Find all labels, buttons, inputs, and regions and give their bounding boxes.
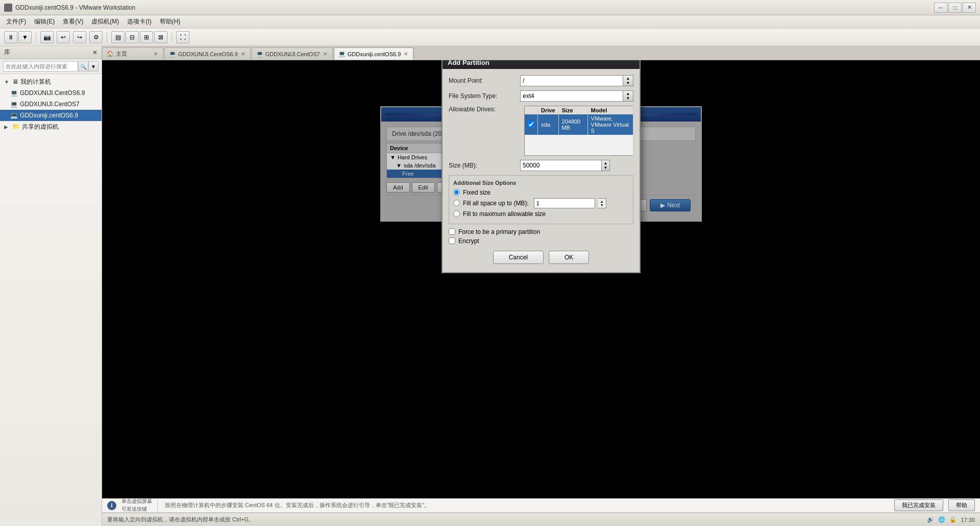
status-bar: 要将输入定向到虚拟机，请在虚拟机内部单击或按 Ctrl+G。 🔊 🌐 🔒 17:… xyxy=(102,513,980,526)
sidebar-item-label-1: GDDXUNIJl.CentOS7 xyxy=(20,101,80,108)
tab-centos7-close[interactable]: ✕ xyxy=(322,51,328,57)
drive-name-0: sda xyxy=(538,114,559,135)
menu-bar: 文件(F) 编辑(E) 查看(V) 虚拟机(M) 选项卡(I) 帮助(H) xyxy=(0,15,980,29)
pause-button[interactable]: ⏸ xyxy=(4,31,17,43)
tab-centos69-2-close[interactable]: ✕ xyxy=(403,51,409,57)
tab-centos69-1[interactable]: 💻 GDDXUNIJI.CentOS6.9 ✕ xyxy=(164,47,251,60)
mount-point-label: Mount Point: xyxy=(449,77,520,84)
tab-centos7[interactable]: 💻 GDDXUNIJl.CentOS7 ✕ xyxy=(252,47,333,60)
drive-row-empty xyxy=(525,135,633,145)
cancel-button[interactable]: Cancel xyxy=(493,251,544,264)
menu-help[interactable]: 帮助(H) xyxy=(156,16,185,28)
force-primary-label: Force to be a primary partition xyxy=(458,228,540,235)
revert2-button[interactable]: ↪ xyxy=(73,31,86,43)
vm-icon-2: 💻 xyxy=(10,112,18,119)
tab-centos69-1-label: GDDXUNIJI.CentOS6.9 xyxy=(178,51,238,57)
tab-home-label: 主页 xyxy=(116,50,127,58)
mount-point-dropdown[interactable]: ▲▼ xyxy=(623,75,633,86)
sidebar-title: 库 xyxy=(4,48,10,57)
search-dropdown[interactable]: ▼ xyxy=(88,61,99,71)
sidebar-header: 库 ✕ xyxy=(0,46,102,59)
ok-button[interactable]: OK xyxy=(549,251,589,264)
dialog-title-text: Add Partition xyxy=(448,60,489,66)
sidebar-item-2[interactable]: 💻 GDDxuniji.centOS6.9 xyxy=(0,110,102,121)
menu-tabs[interactable]: 选项卡(I) xyxy=(123,16,155,28)
additional-size-section: Additional Size Options Fixed size Fill … xyxy=(449,175,633,224)
sidebar-item-label-2: GDDxuniji.centOS6.9 xyxy=(20,112,78,119)
tab-home-close[interactable]: ✕ xyxy=(153,51,159,57)
fill-max-row: Fill to maximum allowable size xyxy=(453,210,629,218)
complete-install-button[interactable]: 我已完成安装 xyxy=(894,499,943,511)
vm-screen-area[interactable]: Drive /dev/sda (204800 MB) (Model: VMwar… xyxy=(102,60,980,498)
shared-icon: 📁 xyxy=(12,123,20,130)
settings-button[interactable]: ⚙ xyxy=(89,31,103,43)
tab-centos69-2[interactable]: 💻 GDDxuniji.centOS6.9 ✕ xyxy=(334,47,414,60)
view2-button[interactable]: ⊟ xyxy=(126,31,139,43)
filesystem-label: File System Type: xyxy=(449,92,520,100)
installer-window: Drive /dev/sda (204800 MB) (Model: VMwar… xyxy=(380,106,702,222)
fill-max-radio[interactable] xyxy=(453,210,460,217)
drive-checkbox-0[interactable] xyxy=(528,121,534,128)
vm-info-bar: ℹ 单击虚拟屏幕 可发送按键 按照在物理计算机中的步骤安装 CentOS 64 … xyxy=(102,498,980,513)
fixed-size-radio[interactable] xyxy=(453,189,460,196)
close-button[interactable]: ✕ xyxy=(963,3,976,13)
expander-shared: ▶ xyxy=(4,124,10,130)
drive-check-0[interactable] xyxy=(525,114,538,135)
tab-centos69-1-close[interactable]: ✕ xyxy=(240,51,246,57)
tab-home-icon: 🏠 xyxy=(107,51,114,57)
status-right: 🔊 🌐 🔒 17:30 xyxy=(927,516,975,523)
sidebar-item-1[interactable]: 💻 GDDXUNIJl.CentOS7 xyxy=(0,99,102,110)
computer-icon: 🖥 xyxy=(12,78,18,85)
menu-file[interactable]: 文件(F) xyxy=(2,16,30,28)
view1-button[interactable]: ▤ xyxy=(111,31,125,43)
sidebar-close-icon[interactable]: ✕ xyxy=(92,49,97,56)
sidebar-item-label-shared: 共享的虚拟机 xyxy=(22,123,59,131)
fill-up-radio[interactable] xyxy=(453,200,460,206)
sidebar-item-mycomputer[interactable]: ▼ 🖥 我的计算机 xyxy=(0,76,102,87)
drive-model-0: VMware, VMware Virtual S xyxy=(587,114,633,135)
maximize-button[interactable]: □ xyxy=(948,3,962,13)
expander-mycomputer: ▼ xyxy=(4,79,10,85)
encrypt-checkbox[interactable] xyxy=(449,237,455,244)
filesystem-dropdown[interactable]: ▲▼ xyxy=(623,90,633,102)
search-input[interactable] xyxy=(3,61,78,71)
size-control: ▲▼ xyxy=(520,160,633,171)
search-button[interactable]: 🔍 xyxy=(78,61,88,71)
minimize-button[interactable]: ─ xyxy=(934,3,947,13)
additional-size-title: Additional Size Options xyxy=(453,180,629,186)
help-button[interactable]: 帮助 xyxy=(948,499,975,511)
revert-button[interactable]: ↩ xyxy=(57,31,70,43)
tab-home[interactable]: 🏠 主页 ✕ xyxy=(102,47,163,60)
click-hint-line1: 单击虚拟屏幕 xyxy=(121,498,152,505)
filesystem-input[interactable] xyxy=(520,90,623,102)
clock: 17:30 xyxy=(961,517,975,523)
fill-up-input[interactable] xyxy=(534,198,595,208)
dropdown-button[interactable]: ▼ xyxy=(18,31,32,43)
view3-button[interactable]: ⊞ xyxy=(140,31,153,43)
drives-table-wrapper: Drive Size Model xyxy=(524,106,633,156)
view4-button[interactable]: ⊠ xyxy=(154,31,167,43)
drives-layout: Allowable Drives: Drive Size xyxy=(449,106,633,156)
toolbar-group-view: ▤ ⊟ ⊞ ⊠ xyxy=(111,31,167,43)
fill-up-label: Fill all space up to (MB): xyxy=(463,200,529,207)
force-primary-checkbox[interactable] xyxy=(449,228,455,235)
menu-view[interactable]: 查看(V) xyxy=(59,16,87,28)
window-title: GDDxuniji.centOS6.9 - VMware Workstation xyxy=(15,4,135,11)
menu-vm[interactable]: 虚拟机(M) xyxy=(87,16,123,28)
toolbar-group-pause: ⏸ ▼ xyxy=(4,31,32,43)
size-input[interactable] xyxy=(520,160,602,171)
mount-point-input[interactable] xyxy=(520,75,623,86)
fullscreen-button[interactable]: ⛶ xyxy=(176,31,189,43)
sidebar-item-0[interactable]: 💻 GDDXUNIJI.CentOS6.9 xyxy=(0,87,102,99)
dialog-body: Mount Point: ▲▼ File System xyxy=(443,69,640,272)
col-model: Model xyxy=(587,106,633,115)
fill-up-spinner[interactable]: ▲▼ xyxy=(598,198,606,208)
mycomputer-label: 我的计算机 xyxy=(20,78,51,86)
tab-centos7-label: GDDXUNIJl.CentOS7 xyxy=(265,51,320,57)
size-spinner[interactable]: ▲▼ xyxy=(602,160,610,171)
snapshot-button[interactable]: 📷 xyxy=(40,31,54,43)
sidebar-item-shared[interactable]: ▶ 📁 共享的虚拟机 xyxy=(0,121,102,132)
sidebar-item-label-0: GDDXUNIJI.CentOS6.9 xyxy=(20,89,85,97)
drive-row-0[interactable]: sda 204800 MB VMware, VMware Virtual S xyxy=(525,114,633,135)
menu-edit[interactable]: 编辑(E) xyxy=(30,16,59,28)
